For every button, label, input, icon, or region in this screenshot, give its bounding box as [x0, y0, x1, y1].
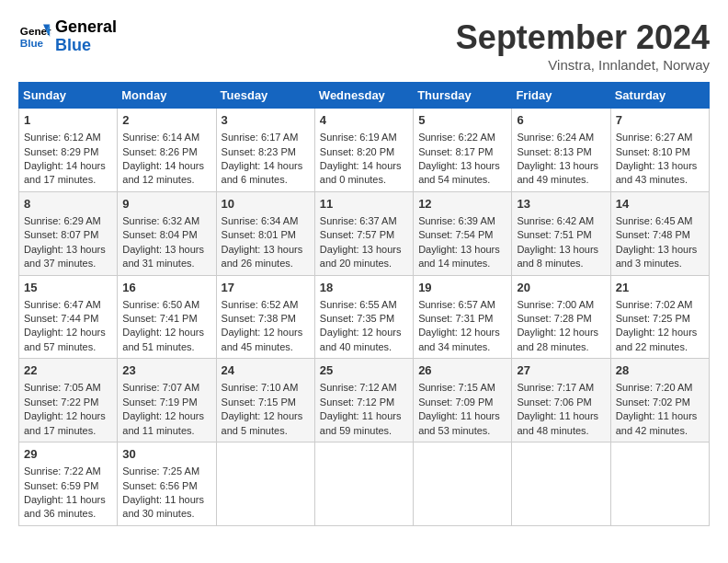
day-info-line: Daylight: 11 hours: [517, 409, 605, 423]
day-info-line: Daylight: 13 hours: [222, 243, 310, 257]
day-info-line: Daylight: 12 hours: [222, 326, 310, 339]
day-number: 17: [222, 280, 310, 296]
day-info-line: and 34 minutes.: [418, 340, 506, 354]
day-cell: [216, 442, 314, 526]
day-number: 22: [24, 362, 112, 379]
day-cell: 5Sunrise: 6:22 AMSunset: 8:17 PMDaylight…: [414, 109, 512, 192]
day-info-line: Sunrise: 6:55 AM: [320, 298, 408, 312]
day-number: 9: [122, 196, 210, 213]
day-info-line: Daylight: 14 hours: [122, 159, 210, 173]
day-info-line: Sunset: 7:48 PM: [616, 228, 704, 242]
day-cell: 9Sunrise: 6:32 AMSunset: 8:04 PMDaylight…: [118, 191, 216, 275]
day-cell: 15Sunrise: 6:47 AMSunset: 7:44 PMDayligh…: [19, 275, 118, 359]
day-info-line: Sunset: 7:06 PM: [517, 396, 605, 409]
day-info-line: and 54 minutes.: [418, 173, 506, 187]
day-info-line: Daylight: 14 hours: [24, 159, 112, 173]
title-block: September 2024 Vinstra, Innlandet, Norwa…: [456, 18, 710, 73]
day-cell: 12Sunrise: 6:39 AMSunset: 7:54 PMDayligh…: [414, 191, 512, 275]
day-info-line: and 57 minutes.: [24, 340, 112, 354]
month-title: September 2024: [456, 18, 710, 57]
day-number: 30: [122, 446, 210, 463]
day-info-line: Sunset: 8:29 PM: [24, 145, 112, 159]
day-info-line: Sunrise: 6:17 AM: [222, 131, 310, 144]
day-info-line: Daylight: 12 hours: [24, 326, 112, 339]
day-info-line: Daylight: 14 hours: [320, 159, 408, 173]
day-info-line: Sunset: 7:54 PM: [418, 228, 506, 242]
logo: General Blue General Blue: [18, 18, 117, 55]
day-info-line: Sunset: 7:22 PM: [24, 396, 112, 409]
day-number: 15: [24, 280, 112, 296]
day-cell: 23Sunrise: 7:07 AMSunset: 7:19 PMDayligh…: [118, 359, 216, 442]
day-info-line: and 49 minutes.: [517, 173, 605, 187]
calendar-body: 1Sunrise: 6:12 AMSunset: 8:29 PMDaylight…: [19, 109, 710, 526]
day-cell: 25Sunrise: 7:12 AMSunset: 7:12 PMDayligh…: [314, 359, 413, 442]
day-info-line: and 48 minutes.: [517, 424, 605, 438]
day-number: 19: [418, 280, 506, 296]
day-number: 28: [616, 362, 704, 379]
day-cell: 7Sunrise: 6:27 AMSunset: 8:10 PMDaylight…: [610, 109, 709, 192]
day-info-line: Sunset: 7:35 PM: [320, 312, 408, 326]
day-info-line: Daylight: 12 hours: [320, 326, 408, 339]
day-number: 13: [517, 196, 605, 213]
day-info-line: and 45 minutes.: [222, 340, 310, 354]
day-info-line: Sunrise: 7:00 AM: [517, 298, 605, 312]
day-info-line: Sunrise: 6:27 AM: [616, 131, 704, 144]
day-cell: 3Sunrise: 6:17 AMSunset: 8:23 PMDaylight…: [216, 109, 314, 192]
day-cell: 30Sunrise: 7:25 AMSunset: 6:56 PMDayligh…: [118, 442, 216, 526]
day-number: 18: [320, 280, 408, 296]
day-cell: 19Sunrise: 6:57 AMSunset: 7:31 PMDayligh…: [414, 275, 512, 359]
day-info-line: Daylight: 13 hours: [517, 243, 605, 257]
day-cell: 8Sunrise: 6:29 AMSunset: 8:07 PMDaylight…: [19, 191, 118, 275]
day-cell: [512, 442, 610, 526]
day-info-line: and 5 minutes.: [222, 424, 310, 438]
day-info-line: Daylight: 11 hours: [24, 493, 112, 507]
day-info-line: Daylight: 12 hours: [122, 409, 210, 423]
day-number: 11: [320, 196, 408, 213]
day-info-line: Sunset: 6:59 PM: [24, 479, 112, 493]
day-info-line: Sunset: 7:57 PM: [320, 228, 408, 242]
day-info-line: Daylight: 12 hours: [122, 326, 210, 339]
day-cell: 27Sunrise: 7:17 AMSunset: 7:06 PMDayligh…: [512, 359, 610, 442]
day-info-line: Daylight: 11 hours: [616, 409, 704, 423]
header-saturday: Saturday: [610, 83, 709, 109]
day-cell: 17Sunrise: 6:52 AMSunset: 7:38 PMDayligh…: [216, 275, 314, 359]
day-info-line: Daylight: 13 hours: [320, 243, 408, 257]
header-friday: Friday: [512, 83, 610, 109]
day-info-line: Daylight: 13 hours: [616, 159, 704, 173]
day-cell: [610, 442, 709, 526]
day-info-line: Sunrise: 7:25 AM: [122, 465, 210, 478]
day-info-line: and 12 minutes.: [122, 173, 210, 187]
day-cell: 4Sunrise: 6:19 AMSunset: 8:20 PMDaylight…: [314, 109, 413, 192]
day-cell: 11Sunrise: 6:37 AMSunset: 7:57 PMDayligh…: [314, 191, 413, 275]
header-wednesday: Wednesday: [314, 83, 413, 109]
day-info-line: Sunrise: 6:22 AM: [418, 131, 506, 144]
day-info-line: and 14 minutes.: [418, 257, 506, 270]
day-info-line: Sunrise: 7:20 AM: [616, 381, 704, 395]
day-info-line: Daylight: 13 hours: [616, 243, 704, 257]
day-info-line: and 3 minutes.: [616, 257, 704, 270]
day-info-line: Daylight: 13 hours: [122, 243, 210, 257]
calendar-table: SundayMondayTuesdayWednesdayThursdayFrid…: [18, 82, 710, 526]
header-sunday: Sunday: [19, 83, 118, 109]
day-info-line: and 37 minutes.: [24, 257, 112, 270]
day-info-line: and 17 minutes.: [24, 424, 112, 438]
day-info-line: Sunrise: 6:29 AM: [24, 214, 112, 228]
day-info-line: Sunrise: 6:39 AM: [418, 214, 506, 228]
day-info-line: Sunrise: 6:45 AM: [616, 214, 704, 228]
day-cell: 22Sunrise: 7:05 AMSunset: 7:22 PMDayligh…: [19, 359, 118, 442]
day-number: 6: [517, 112, 605, 129]
day-cell: 28Sunrise: 7:20 AMSunset: 7:02 PMDayligh…: [610, 359, 709, 442]
day-cell: 26Sunrise: 7:15 AMSunset: 7:09 PMDayligh…: [414, 359, 512, 442]
day-info-line: Daylight: 14 hours: [222, 159, 310, 173]
day-cell: 1Sunrise: 6:12 AMSunset: 8:29 PMDaylight…: [19, 109, 118, 192]
day-info-line: Sunrise: 6:52 AM: [222, 298, 310, 312]
day-cell: 13Sunrise: 6:42 AMSunset: 7:51 PMDayligh…: [512, 191, 610, 275]
day-info-line: and 51 minutes.: [122, 340, 210, 354]
day-cell: 20Sunrise: 7:00 AMSunset: 7:28 PMDayligh…: [512, 275, 610, 359]
day-info-line: Daylight: 13 hours: [418, 243, 506, 257]
day-cell: 2Sunrise: 6:14 AMSunset: 8:26 PMDaylight…: [118, 109, 216, 192]
day-number: 24: [222, 362, 310, 379]
day-number: 23: [122, 362, 210, 379]
day-info-line: and 31 minutes.: [122, 257, 210, 270]
day-info-line: Sunset: 8:17 PM: [418, 145, 506, 159]
